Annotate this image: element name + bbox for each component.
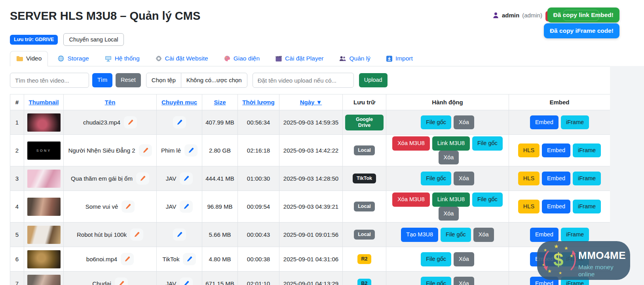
video-size: 2.80 GB	[202, 135, 238, 166]
iframe-embed-button[interactable]: iFrame	[573, 172, 601, 186]
globe-icon	[58, 55, 64, 62]
embed-embed-button[interactable]: Embed	[530, 115, 559, 130]
col-header-ten[interactable]: Tên	[64, 94, 157, 110]
edit-name-button[interactable]	[115, 277, 128, 285]
choose-file-button[interactable]: Chọn tệp	[146, 73, 181, 87]
file-goc-action-button[interactable]: File gốc	[421, 252, 451, 266]
col-header-ngay[interactable]: Ngày ▼	[279, 94, 343, 110]
sort-link[interactable]: Thời lượng	[242, 99, 274, 106]
col-header-luu-tru: Lưu trữ	[343, 94, 386, 110]
xoa-action-button[interactable]: Xóa	[454, 115, 474, 130]
edit-category-button[interactable]	[180, 172, 193, 185]
sort-link[interactable]: Tên	[105, 99, 116, 106]
upload-button[interactable]: Upload	[359, 73, 388, 87]
col-header-thoi-luong[interactable]: Thời lượng	[238, 94, 279, 110]
tab-storage[interactable]: Storage	[52, 51, 95, 66]
video-thumbnail[interactable]	[27, 226, 61, 244]
col-header-thumbnail[interactable]: Thumbnail	[24, 94, 64, 110]
link-m3u8-action-button[interactable]: Link M3U8	[432, 193, 470, 207]
hls-embed-button[interactable]: HLS	[518, 200, 540, 214]
col-header-size[interactable]: Size	[202, 94, 238, 110]
sort-link[interactable]: Chuyên mục	[161, 99, 197, 106]
iframe-embed-button[interactable]: iFrame	[561, 228, 589, 242]
edit-name-button[interactable]	[130, 228, 143, 241]
link-m3u8-action-button[interactable]: Link M3U8	[432, 136, 470, 151]
sort-link[interactable]: Ngày ▼	[300, 99, 322, 106]
storage-badge: Local	[354, 202, 375, 211]
table-row: 4Some vui vẻJAV96.89 MB00:09:542025-09-0…	[10, 191, 610, 223]
switch-local-button[interactable]: Chuyển sang Local	[63, 33, 123, 46]
file-goc-action-button[interactable]: File gốc	[441, 228, 471, 242]
xoa-action-button[interactable]: Xóa	[473, 228, 494, 242]
pencil-icon	[142, 149, 148, 155]
file-goc-action-button[interactable]: File gốc	[472, 193, 503, 207]
edit-name-button[interactable]	[139, 144, 152, 157]
edit-category-button[interactable]	[180, 277, 193, 285]
row-name-cell: Qua thăm em gái bị ốm	[64, 166, 157, 191]
file-goc-action-button[interactable]: File gốc	[472, 136, 503, 151]
hls-embed-button[interactable]: HLS	[518, 143, 540, 158]
dollar-circle-arrows-icon: ★ ★ ★ ★ ★ ★ ★ $	[543, 244, 578, 277]
find-button[interactable]: Tìm	[92, 73, 112, 87]
sort-link[interactable]: Size	[214, 99, 226, 106]
file-goc-action-button[interactable]: File gốc	[421, 277, 451, 285]
tab-quan-ly[interactable]: Quản lý	[333, 51, 376, 66]
reset-button[interactable]: Reset	[116, 73, 141, 87]
row-actions-cell: File gốcXóa	[386, 110, 509, 135]
embed-embed-button[interactable]: Embed	[542, 172, 570, 186]
edit-category-button[interactable]	[183, 253, 196, 265]
row-thumbnail-cell: SONY	[24, 135, 64, 166]
video-thumbnail[interactable]	[27, 113, 61, 132]
row-embed-cell: HLSEmbediFrame	[509, 166, 610, 191]
embed-embed-button[interactable]: Embed	[530, 228, 559, 242]
tab-cai-dat-website[interactable]: Cài đặt Website	[150, 51, 214, 66]
xoa-action-button[interactable]: Xóa	[454, 277, 474, 285]
edit-category-button[interactable]	[180, 200, 193, 213]
embed-embed-button[interactable]: Embed	[542, 200, 570, 214]
edit-name-button[interactable]	[122, 200, 135, 213]
xoa-action-button[interactable]: Xóa	[439, 151, 459, 165]
tab-giao-dien[interactable]: Giao diện	[218, 51, 266, 66]
xoa-action-button[interactable]: Xóa	[454, 252, 474, 266]
xoa-action-button[interactable]: Xóa	[454, 172, 474, 186]
iframe-embed-button[interactable]: iFrame	[573, 143, 601, 158]
edit-category-button[interactable]	[173, 228, 186, 241]
row-index: 1	[10, 110, 24, 135]
search-input[interactable]	[10, 73, 89, 88]
edit-name-button[interactable]	[124, 116, 137, 128]
iframe-embed-button[interactable]: iFrame	[561, 115, 589, 130]
video-thumbnail[interactable]	[27, 275, 61, 285]
toast-copy-embed-text: Đã copy link Embed!	[553, 11, 614, 18]
video-size: 5.66 MB	[202, 223, 238, 247]
thumbnail-text: SONY	[36, 149, 51, 153]
tao-m3u8-action-button[interactable]: Tạo M3U8	[401, 228, 438, 242]
iframe-embed-button[interactable]: iFrame	[573, 200, 601, 214]
video-thumbnail[interactable]	[27, 170, 61, 188]
video-thumbnail[interactable]: SONY	[27, 142, 61, 160]
tab-label: Storage	[67, 55, 89, 62]
hls-embed-button[interactable]: HLS	[518, 172, 540, 186]
xoa-m3u8-action-button[interactable]: Xóa M3U8	[392, 136, 430, 151]
video-thumbnail[interactable]	[27, 250, 61, 268]
col-header-chuyen-muc[interactable]: Chuyên mục	[157, 94, 202, 110]
watermark-title: MMO4ME	[578, 249, 626, 262]
edit-name-button[interactable]	[136, 172, 149, 185]
video-date: 2025-09-01 09:01:56	[279, 223, 343, 247]
edit-category-button[interactable]	[173, 116, 186, 128]
file-goc-action-button[interactable]: File gốc	[421, 115, 451, 130]
tab-import[interactable]: Import	[380, 51, 419, 66]
edit-category-button[interactable]	[184, 144, 198, 157]
file-goc-action-button[interactable]: File gốc	[421, 172, 451, 186]
xoa-m3u8-action-button[interactable]: Xóa M3U8	[392, 193, 430, 207]
table-row: 7ChudaiJAV671.15 MB02:01:102025-09-01 04…	[10, 272, 610, 285]
tab-cai-dat-player[interactable]: Cài đặt Player	[270, 51, 329, 66]
sort-link[interactable]: Thumbnail	[29, 99, 59, 106]
edit-name-button[interactable]	[121, 253, 134, 265]
upload-name-input[interactable]	[253, 73, 354, 88]
video-thumbnail[interactable]	[27, 198, 61, 216]
tab-he-thong[interactable]: Hệ thống	[99, 51, 146, 66]
embed-embed-button[interactable]: Embed	[542, 143, 570, 158]
pen-icon	[177, 121, 182, 126]
tab-video[interactable]: Video	[10, 51, 48, 66]
xoa-action-button[interactable]: Xóa	[439, 207, 459, 221]
